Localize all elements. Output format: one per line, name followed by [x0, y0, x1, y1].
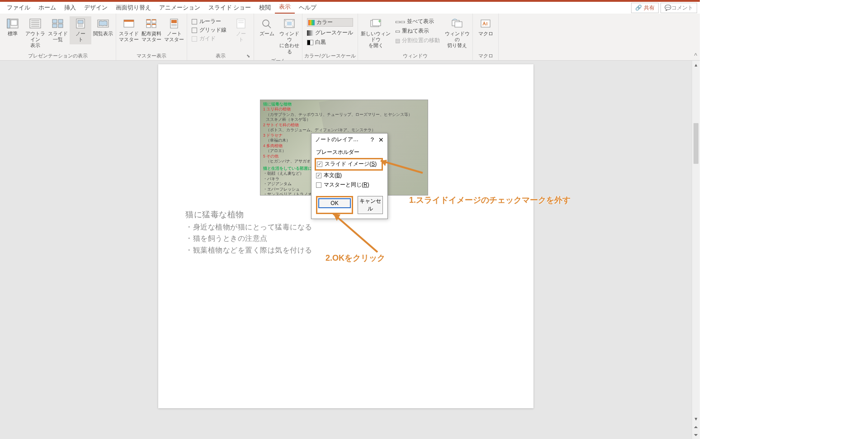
svg-rect-26	[152, 24, 156, 25]
menu-transitions[interactable]: 画面切り替え	[112, 2, 155, 14]
collapse-ribbon-button[interactable]: ^	[694, 52, 697, 59]
svg-rect-25	[146, 24, 151, 25]
dialog-close-button[interactable]: ✕	[378, 136, 384, 143]
notes-page-label: ノー ト	[75, 31, 85, 43]
scroll-up-button[interactable]: ▲	[692, 61, 700, 69]
share-button[interactable]: 🔗共有	[631, 3, 659, 13]
bw-icon	[307, 40, 313, 45]
menu-view[interactable]: 表示	[275, 1, 295, 14]
scroll-thumb[interactable]	[693, 123, 698, 164]
menu-animations[interactable]: アニメーション	[155, 2, 204, 14]
gridlines-checkbox[interactable]: グリッド線	[192, 27, 226, 33]
svg-rect-10	[52, 24, 57, 28]
comment-label: コメント	[671, 4, 693, 12]
macros-label: マクロ	[478, 31, 493, 37]
menu-insert[interactable]: 挿入	[60, 2, 80, 14]
slide-image-checkbox[interactable]: スライド イメージ(S)	[317, 159, 380, 169]
dialog-titlebar[interactable]: ノートのレイア… ? ✕	[311, 134, 387, 146]
ok-button[interactable]: OK	[318, 198, 351, 208]
scroll-down-button[interactable]: ▼	[692, 415, 700, 423]
scroll-track[interactable]	[692, 69, 700, 415]
notes-pane-button: ノー ト	[230, 16, 252, 44]
split-icon: ▤	[395, 38, 400, 44]
master-checkbox[interactable]: マスターと同じ(R)	[316, 180, 383, 190]
checkbox-icon	[316, 173, 321, 178]
vertical-scrollbar[interactable]: ▲ ▼ ⏶ ⏷	[692, 61, 700, 439]
menu-help[interactable]: ヘルプ	[295, 2, 321, 14]
next-slide-button[interactable]: ⏷	[692, 431, 700, 439]
cascade-button[interactable]: ▭重ねて表示	[395, 28, 440, 34]
dialog-title-text: ノートのレイア…	[315, 136, 371, 143]
bw-button[interactable]: 白黒	[307, 39, 353, 46]
menu-slideshow[interactable]: スライド ショー	[204, 2, 255, 14]
checkbox-icon	[316, 182, 321, 188]
grayscale-button[interactable]: グレースケール	[307, 29, 353, 36]
guides-checkbox: ガイド	[192, 35, 226, 42]
reading-view-icon	[97, 18, 109, 29]
notes-line: ・観葉植物などを置く際は気を付ける	[185, 244, 312, 256]
group-color: カラー グレースケール 白黒 カラー/グレースケール	[302, 14, 358, 60]
arrange-all-button[interactable]: ▭▭並べて表示	[395, 18, 440, 25]
notes-body-placeholder[interactable]: 猫に猛毒な植物 ・身近な植物が猫にとって猛毒になる ・猫を飼うときの注意点 ・観…	[185, 208, 312, 256]
menu-review[interactable]: 校閲	[255, 2, 275, 14]
ruler-checkbox[interactable]: ルーラー	[192, 18, 226, 25]
sorter-label: スライド 一覧	[48, 31, 68, 43]
menu-home[interactable]: ホーム	[34, 2, 60, 14]
show-dialog-launcher[interactable]: ⬊	[246, 53, 252, 59]
group-window: + 新しいウィンドウ を開く ▭▭並べて表示 ▭重ねて表示 ▤分割位置の移動 ウ…	[358, 14, 473, 60]
prev-slide-button[interactable]: ⏶	[692, 423, 700, 431]
move-split-button: ▤分割位置の移動	[395, 37, 440, 44]
notes-master-button[interactable]: ノート マスター	[163, 16, 185, 44]
notes-title: 猫に猛毒な植物	[185, 208, 312, 221]
new-window-icon: +	[369, 18, 382, 29]
handout-master-label: 配布資料 マスター	[142, 31, 161, 43]
annotation-1: 1.スライドイメージのチェックマークを外す	[409, 195, 571, 205]
svg-line-46	[333, 214, 377, 252]
body-checkbox[interactable]: 本文(B)	[316, 171, 383, 180]
slide-master-icon	[123, 18, 135, 29]
ruler-label: ルーラー	[199, 18, 221, 25]
macros-button[interactable]: マクロ	[475, 16, 496, 38]
group-label-presentation: プレゼンテーションの表示	[2, 52, 114, 60]
menu-file[interactable]: ファイル	[3, 2, 34, 14]
svg-rect-23	[146, 19, 151, 20]
notes-page-button[interactable]: ノー ト	[70, 16, 91, 44]
macros-icon	[479, 18, 492, 29]
zoom-button[interactable]: ズーム	[256, 16, 278, 38]
comment-button[interactable]: 💬コメント	[660, 3, 697, 13]
new-window-label: 新しいウィンドウ を開く	[361, 31, 391, 49]
reading-view-button[interactable]: 閲覧表示	[92, 16, 114, 38]
handout-master-button[interactable]: 配布資料 マスター	[141, 16, 162, 44]
normal-label: 標準	[8, 31, 18, 37]
svg-rect-2	[11, 20, 17, 25]
slide-master-button[interactable]: スライド マスター	[118, 16, 140, 44]
ribbon: 標準 アウトライン 表示 スライド 一覧 ノー ト 閲覧表示 プレゼンテーション…	[0, 14, 700, 61]
dialog-section-label: プレースホルダー	[316, 148, 383, 156]
svg-rect-31	[237, 19, 245, 28]
new-window-button[interactable]: + 新しいウィンドウ を開く	[360, 16, 392, 51]
workspace: 猫に猛毒な植物 1 ユリ科の植物 （カサブランカ、テッポウユリ、チューリップ、ロ…	[0, 61, 692, 439]
notes-page[interactable]: 猫に猛毒な植物 1 ユリ科の植物 （カサブランカ、テッポウユリ、チューリップ、ロ…	[158, 64, 533, 408]
slide-sorter-icon	[52, 18, 64, 29]
color-button[interactable]: カラー	[307, 18, 353, 27]
arrange-label: 並べて表示	[407, 18, 434, 25]
svg-rect-43	[481, 20, 490, 27]
checkbox-icon	[317, 162, 322, 167]
svg-rect-18	[124, 20, 134, 22]
group-macros: マクロ マクロ	[473, 14, 499, 60]
notes-layout-dialog: ノートのレイア… ? ✕ プレースホルダー スライド イメージ(S) 本文(B)	[311, 133, 388, 219]
normal-view-button[interactable]: 標準	[2, 16, 24, 38]
svg-rect-11	[58, 24, 63, 28]
annotation-2: 2.OKをクリック	[326, 253, 385, 263]
group-show: ルーラー グリッド線 ガイド ノー ト 表示 ⬊	[187, 14, 254, 60]
fit-window-button[interactable]: ウィンドウ に合わせる	[278, 16, 300, 57]
switch-windows-button[interactable]: ウィンドウの 切り替え	[443, 16, 471, 51]
outline-view-button[interactable]: アウトライン 表示	[24, 16, 46, 51]
cancel-button[interactable]: キャンセル	[358, 196, 383, 214]
handout-master-icon	[145, 18, 158, 29]
menu-design[interactable]: デザイン	[80, 2, 112, 14]
svg-rect-8	[52, 19, 57, 23]
slide-sorter-button[interactable]: スライド 一覧	[47, 16, 69, 44]
dialog-help-button[interactable]: ?	[371, 136, 374, 143]
outline-label: アウトライン 表示	[25, 31, 45, 49]
